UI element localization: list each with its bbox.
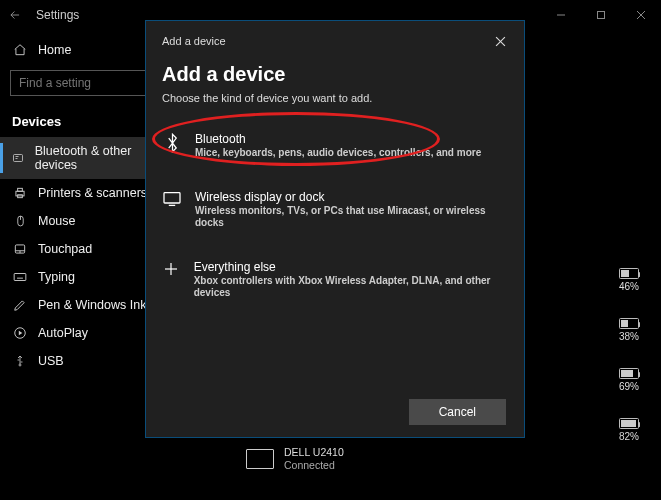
sidebar-item-label: Bluetooth & other devices (35, 144, 148, 172)
sidebar-label: Home (38, 43, 71, 57)
battery-item: 69% (619, 368, 639, 392)
keyboard-icon (12, 271, 28, 283)
option-bluetooth[interactable]: Bluetooth Mice, keyboards, pens, audio d… (162, 126, 508, 174)
window-controls (541, 0, 661, 30)
back-icon[interactable] (8, 8, 22, 22)
dialog-subtitle: Choose the kind of device you want to ad… (162, 92, 508, 104)
sidebar-item-typing[interactable]: Typing (0, 263, 160, 291)
sidebar-item-label: AutoPlay (38, 326, 88, 340)
option-wireless-display[interactable]: Wireless display or dock Wireless monito… (162, 184, 508, 244)
sidebar-item-touchpad[interactable]: Touchpad (0, 235, 160, 263)
option-desc: Xbox controllers with Xbox Wireless Adap… (194, 275, 508, 300)
option-title: Wireless display or dock (195, 190, 508, 204)
battery-item: 82% (619, 418, 639, 442)
svg-rect-18 (164, 192, 180, 202)
home-icon (12, 43, 28, 57)
option-title: Everything else (194, 260, 508, 274)
sidebar-item-autoplay[interactable]: AutoPlay (0, 319, 160, 347)
close-button[interactable] (621, 0, 661, 30)
touchpad-icon (12, 242, 28, 256)
search-input[interactable] (10, 70, 150, 96)
sidebar-item-label: Touchpad (38, 242, 92, 256)
sidebar: Home Devices Bluetooth & other devices P… (0, 30, 160, 500)
sidebar-item-label: Pen & Windows Ink (38, 298, 146, 312)
dialog-title: Add a device (162, 63, 508, 86)
bg-device-list: 46% 38% 69% 82% (619, 268, 639, 442)
sidebar-item-mouse[interactable]: Mouse (0, 207, 160, 235)
plus-icon (162, 260, 181, 277)
display-icon (162, 190, 182, 207)
svg-rect-4 (14, 155, 23, 162)
add-device-dialog: Add a device Add a device Choose the kin… (145, 20, 525, 438)
sidebar-item-bluetooth[interactable]: Bluetooth & other devices (0, 137, 160, 179)
svg-rect-1 (598, 12, 605, 19)
option-everything-else[interactable]: Everything else Xbox controllers with Xb… (162, 254, 508, 314)
battery-percent: 46% (619, 281, 639, 292)
option-desc: Mice, keyboards, pens, audio devices, co… (195, 147, 481, 160)
svg-rect-13 (14, 274, 26, 281)
sidebar-item-pen[interactable]: Pen & Windows Ink (0, 291, 160, 319)
option-desc: Wireless monitors, TVs, or PCs that use … (195, 205, 508, 230)
battery-percent: 82% (619, 431, 639, 442)
pen-icon (12, 298, 28, 312)
sidebar-item-label: Mouse (38, 214, 76, 228)
battery-percent: 38% (619, 331, 639, 342)
sidebar-item-label: Printers & scanners (38, 186, 147, 200)
svg-point-15 (19, 364, 21, 366)
svg-rect-5 (16, 191, 24, 196)
dialog-close-button[interactable] (488, 29, 512, 53)
sidebar-item-label: Typing (38, 270, 75, 284)
sidebar-section: Devices (0, 110, 160, 137)
minimize-button[interactable] (541, 0, 581, 30)
battery-item: 38% (619, 318, 639, 342)
connected-device[interactable]: DELL U2410 Connected (246, 446, 344, 471)
printer-icon (12, 186, 28, 200)
sidebar-home[interactable]: Home (0, 36, 160, 64)
mouse-icon (12, 214, 28, 228)
option-title: Bluetooth (195, 132, 481, 146)
battery-percent: 69% (619, 381, 639, 392)
svg-rect-6 (18, 188, 23, 191)
bluetooth-icon (12, 151, 25, 165)
battery-item: 46% (619, 268, 639, 292)
device-status: Connected (284, 459, 344, 472)
autoplay-icon (12, 326, 28, 340)
sidebar-item-printers[interactable]: Printers & scanners (0, 179, 160, 207)
app-title: Settings (36, 8, 79, 22)
sidebar-item-usb[interactable]: USB (0, 347, 160, 375)
monitor-icon (246, 449, 274, 469)
maximize-button[interactable] (581, 0, 621, 30)
cancel-button[interactable]: Cancel (409, 399, 506, 425)
sidebar-item-label: USB (38, 354, 64, 368)
bluetooth-icon (162, 132, 182, 153)
dialog-window-title: Add a device (162, 35, 226, 47)
device-name: DELL U2410 (284, 446, 344, 459)
usb-icon (12, 354, 28, 368)
